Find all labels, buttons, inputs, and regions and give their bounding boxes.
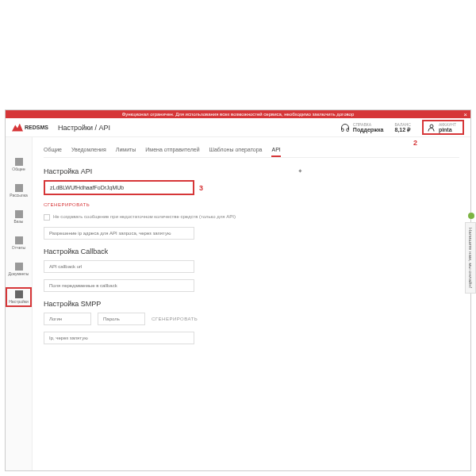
tab-sender-names[interactable]: Имена отправителей (145, 144, 199, 157)
account-value: pinta (439, 127, 456, 132)
sidebar-item-general[interactable]: Общее (6, 156, 32, 173)
close-icon[interactable]: × (463, 111, 467, 118)
top-header: REDSMS Настройки / API СПРАВКА Поддержка… (6, 118, 470, 137)
database-icon (15, 210, 23, 218)
balance-value: 8,12 ₽ (394, 127, 410, 133)
header-balance: БАЛАНС 8,12 ₽ (394, 122, 410, 133)
cursor-icon: ⌖ (298, 167, 302, 175)
smpp-password-input[interactable] (98, 313, 145, 325)
user-icon (427, 123, 436, 132)
api-section-title: Настройка API (44, 167, 459, 175)
doc-icon (15, 263, 23, 271)
logo[interactable]: REDSMS (12, 124, 48, 132)
logo-text: REDSMS (25, 125, 48, 130)
smpp-login-input[interactable] (44, 313, 91, 325)
smpp-section-title: Настройка SMPP (44, 300, 459, 308)
send-icon (15, 184, 23, 192)
tab-operator-templates[interactable]: Шаблоны оператора (209, 144, 263, 157)
callback-fields-input[interactable] (44, 279, 194, 292)
annotation-2: 2 (413, 139, 417, 147)
sidebar-item-bases[interactable]: Базы (6, 209, 32, 225)
header-support[interactable]: СПРАВКА Поддержка (340, 122, 384, 132)
no-create-label: Не создавать сообщение при недостаточном… (53, 214, 236, 219)
api-key-input[interactable] (44, 180, 194, 195)
breadcrumb: Настройки / API (58, 124, 110, 132)
gear-icon (15, 290, 23, 298)
sidebar-item-documents[interactable]: Документы (6, 261, 32, 278)
tab-api[interactable]: API (271, 144, 280, 157)
balance-label: БАЛАНС (394, 122, 410, 127)
content: Общие Уведомления Лимиты Имена отправите… (33, 137, 470, 471)
tab-general[interactable]: Общие (44, 144, 62, 157)
annotation-3: 3 (199, 184, 203, 192)
sidebar: Общее Рассылка Базы Отчеты Документы Нас… (6, 137, 33, 471)
online-dot-icon (468, 213, 474, 219)
sidebar-item-broadcast[interactable]: Рассылка (6, 182, 32, 199)
alert-text: Функционал ограничен. Для использования … (122, 112, 355, 117)
support-value: Поддержка (353, 127, 384, 132)
chat-tab[interactable]: Напишите нам, мы онлайн! (465, 222, 476, 294)
logo-icon (12, 124, 23, 132)
generate-api-key-button[interactable]: СГЕНЕРИРОВАТЬ (44, 202, 90, 207)
headset-icon (340, 123, 350, 132)
no-create-checkbox[interactable] (44, 214, 50, 221)
header-account[interactable]: АККАУНТ pinta (422, 120, 464, 135)
alert-bar: Функционал ограничен. Для использования … (6, 110, 470, 118)
callback-section-title: Настройка Callback (44, 248, 459, 255)
grid-icon (15, 158, 23, 166)
smpp-ip-input[interactable] (44, 332, 194, 344)
tab-notifications[interactable]: Уведомления (71, 144, 106, 157)
tabs: Общие Уведомления Лимиты Имена отправите… (44, 144, 459, 158)
tab-limits[interactable]: Лимиты (116, 144, 136, 157)
sidebar-item-settings[interactable]: Настройки (6, 287, 32, 307)
svg-point-0 (430, 125, 433, 128)
generate-smpp-button[interactable]: СГЕНЕРИРОВАТЬ (152, 317, 198, 321)
allowed-ip-input[interactable] (44, 227, 194, 240)
chart-icon (15, 236, 23, 244)
callback-url-input[interactable] (44, 260, 194, 273)
sidebar-item-reports[interactable]: Отчеты (6, 235, 32, 251)
